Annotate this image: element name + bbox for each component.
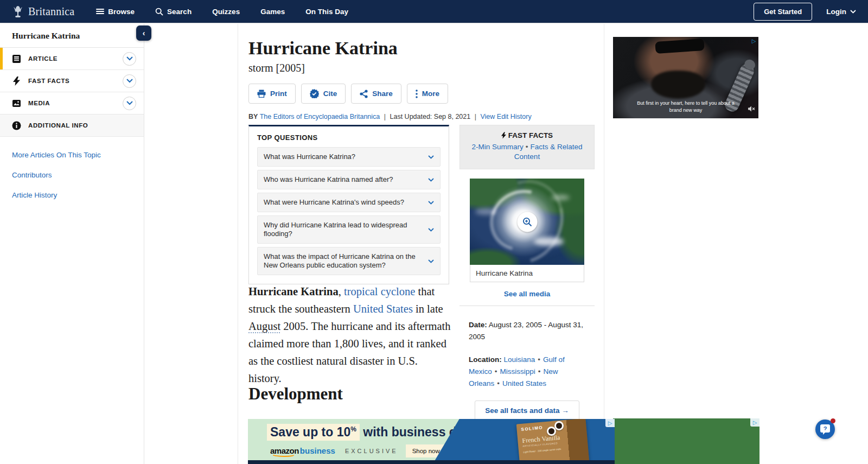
info-icon xyxy=(12,121,21,130)
facts-related-link[interactable]: Facts & Related Content xyxy=(514,143,583,161)
fast-facts-title: FAST FACTS xyxy=(464,131,590,139)
beard-shape xyxy=(651,71,705,99)
amazon-business-logo: amazonbusiness xyxy=(270,446,335,456)
top-questions-box: TOP QUESTIONS What was Hurricane Katrina… xyxy=(248,125,449,284)
nav-quizzes[interactable]: Quizzes xyxy=(212,8,240,16)
adchoices-icon[interactable]: ▷ xyxy=(750,418,760,427)
sidebar-item-additional-info[interactable]: ADDITIONAL INFO xyxy=(0,115,144,137)
article-intro: Hurricane Katrina, tropical cyclone that… xyxy=(248,283,452,387)
section-heading-development: Development xyxy=(248,384,343,404)
location-link[interactable]: United States xyxy=(502,379,546,387)
nav-on-this-day[interactable]: On This Day xyxy=(305,8,348,16)
last-updated: Last Updated: Sep 8, 2021 xyxy=(390,113,471,120)
sidebar-collapse-button[interactable]: ‹ xyxy=(136,26,151,41)
author-link[interactable]: The Editors of Encyclopaedia Britannica xyxy=(260,113,380,120)
printer-icon xyxy=(257,90,266,98)
nav-browse[interactable]: Browse xyxy=(96,8,135,16)
satellite-image xyxy=(470,179,584,265)
two-min-summary-link[interactable]: 2-Min Summary xyxy=(471,143,523,151)
chevron-down-icon xyxy=(428,178,434,182)
sunglasses-shape xyxy=(655,39,704,54)
chevron-down-icon xyxy=(428,155,434,159)
image-caption: Hurricane Katrina xyxy=(470,265,584,282)
nav-games[interactable]: Games xyxy=(260,8,285,16)
cite-button[interactable]: Cite xyxy=(301,84,346,104)
article-icon xyxy=(12,54,21,63)
top-questions-heading: TOP QUESTIONS xyxy=(257,134,441,142)
chevron-down-icon xyxy=(428,228,434,232)
mute-icon[interactable] xyxy=(748,106,755,112)
banner-bottom-strip xyxy=(248,460,615,464)
question-accordion[interactable]: Who was Hurricane Katrina named after? xyxy=(257,170,441,189)
chevron-down-icon xyxy=(850,10,856,14)
sidebar-link-article-history[interactable]: Article History xyxy=(12,191,132,199)
britannica-logo[interactable]: Britannica xyxy=(12,5,74,18)
lightning-icon xyxy=(501,132,506,139)
more-button[interactable]: More xyxy=(407,84,448,104)
question-accordion[interactable]: Why did Hurricane Katrina lead to widesp… xyxy=(257,215,441,244)
brand-name: Britannica xyxy=(28,5,74,18)
byline: BY The Editors of Encyclopaedia Britanni… xyxy=(248,113,604,120)
cite-badge-icon xyxy=(310,89,319,98)
question-accordion[interactable]: What was the impact of Hurricane Katrina… xyxy=(257,247,441,275)
sidebar-topic-row: Hurricane Katrina ‹ xyxy=(0,24,144,48)
sidebar-item-media[interactable]: MEDIA xyxy=(0,92,144,115)
chevron-down-icon[interactable] xyxy=(123,97,136,110)
help-chat-button[interactable]: ? xyxy=(815,419,835,439)
sidebar-links: More Articles On This Topic Contributors… xyxy=(0,137,144,225)
chevron-down-icon xyxy=(428,201,434,205)
fast-facts-header: FAST FACTS 2-Min Summary•Facts & Related… xyxy=(459,125,595,169)
sidebar-topic-title: Hurricane Katrina xyxy=(12,31,80,41)
location-link[interactable]: Mississippi xyxy=(500,367,535,376)
banner-ad[interactable]: Save up to 10% with business discounts a… xyxy=(248,419,615,460)
coffee-box: SOLIMO French Vanilla ARTIFICIALLY FLAVO… xyxy=(516,419,589,460)
chevron-down-icon[interactable] xyxy=(123,74,136,88)
top-nav: Britannica Browse Search Quizzes Games O… xyxy=(0,0,868,23)
lightning-icon xyxy=(12,77,21,86)
adchoices-icon[interactable]: ▷ xyxy=(749,37,758,45)
display-ad[interactable]: ▷ xyxy=(613,418,760,464)
fact-date: Date: August 23, 2005 - August 31, 2005 xyxy=(469,319,593,343)
fast-facts-panel: FAST FACTS 2-Min Summary•Facts & Related… xyxy=(459,125,595,421)
zoom-in-icon[interactable] xyxy=(517,212,537,232)
thistle-icon xyxy=(12,5,24,18)
link-united-states[interactable]: United States xyxy=(353,303,413,315)
question-bubble-icon: ? xyxy=(820,424,830,433)
page-subtitle: storm [2005] xyxy=(248,62,604,74)
kebab-menu-icon xyxy=(416,90,418,98)
adchoices-icon[interactable]: ▷ xyxy=(605,419,615,427)
share-icon xyxy=(360,90,368,98)
exclusive-label: EXCLUSIVE xyxy=(345,448,398,454)
sidebar-item-fast-facts[interactable]: FAST FACTS xyxy=(0,70,144,92)
menu-icon xyxy=(96,9,104,15)
location-link[interactable]: Louisiana xyxy=(504,355,535,364)
video-ad[interactable]: But first in your heart, here to tell yo… xyxy=(613,37,758,118)
hurricane-image[interactable]: Hurricane Katrina xyxy=(470,179,584,282)
print-button[interactable]: Print xyxy=(248,84,296,104)
login-button[interactable]: Login xyxy=(826,8,856,16)
fact-location: Location: Louisiana•Gulf of Mexico•Missi… xyxy=(469,354,593,390)
share-button[interactable]: Share xyxy=(351,84,401,104)
chevron-down-icon xyxy=(428,259,434,263)
link-tropical-cyclone[interactable]: tropical cyclone xyxy=(344,285,415,297)
sidebar-item-article[interactable]: ARTICLE xyxy=(0,48,144,70)
nav-search[interactable]: Search xyxy=(155,8,192,16)
sidebar-link-contributors[interactable]: Contributors xyxy=(12,171,132,179)
see-all-media-link[interactable]: See all media xyxy=(459,290,595,298)
left-sidebar: Hurricane Katrina ‹ ARTICLE FAST FACTS M… xyxy=(0,24,144,464)
get-started-button[interactable]: Get Started xyxy=(754,3,812,21)
question-accordion[interactable]: What were Hurricane Katrina's wind speed… xyxy=(257,193,441,212)
chevron-down-icon[interactable] xyxy=(123,52,136,66)
see-all-facts-button[interactable]: See all facts and data → xyxy=(475,401,579,421)
action-toolbar: Print Cite Share More xyxy=(248,84,604,104)
edit-history-link[interactable]: View Edit History xyxy=(480,113,531,120)
question-accordion[interactable]: What was Hurricane Katrina? xyxy=(257,147,441,167)
media-icon xyxy=(12,99,21,108)
notification-dot xyxy=(831,418,835,423)
video-captions: But first in your heart, here to tell yo… xyxy=(613,100,758,114)
search-icon xyxy=(155,8,163,16)
page-title: Hurricane Katrina xyxy=(248,38,604,59)
link-august[interactable]: August xyxy=(248,320,280,332)
sidebar-link-more-articles[interactable]: More Articles On This Topic xyxy=(12,151,132,159)
